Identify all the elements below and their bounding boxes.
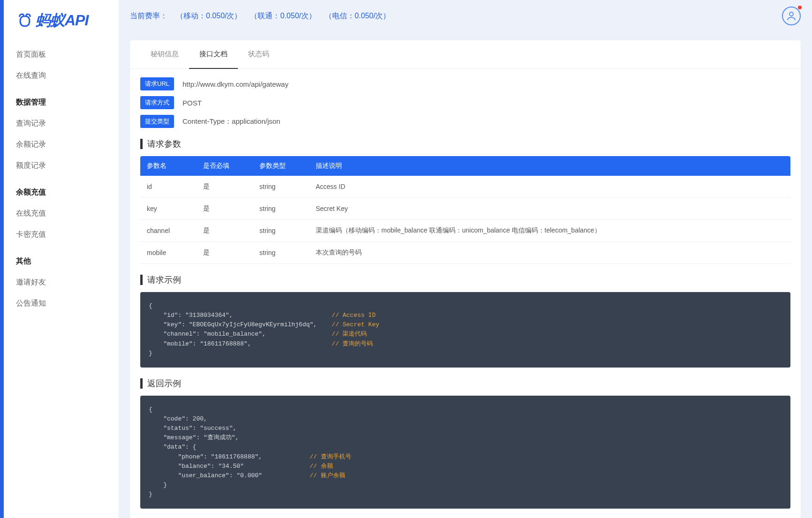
request-example-code: { "id": "3138034364", // Access ID "key"…: [140, 292, 790, 368]
table-cell: mobile: [140, 242, 197, 264]
content-card: 秘钥信息接口文档状态码 请求URLhttp://www.dkym.com/api…: [130, 40, 801, 518]
table-cell: 是: [197, 242, 253, 264]
sidebar: 蚂蚁API 首页面板在线查询数据管理查询记录余额记录额度记录余额充值在线充值卡密…: [4, 0, 119, 518]
info-value: Content-Type：application/json: [182, 117, 280, 126]
info-row-2: 提交类型Content-Type：application/json: [140, 115, 790, 128]
table-cell: 是: [197, 198, 253, 220]
response-example-code: { "code": 200, "status": "success", "mes…: [140, 396, 790, 509]
params-table: 参数名是否必填参数类型描述说明 id是stringAccess IDkey是st…: [140, 156, 790, 264]
notification-dot: [798, 6, 802, 9]
table-cell: Access ID: [309, 176, 790, 198]
topbar: 当前费率：（移动：0.050/次）（联通：0.050/次）（电信：0.050/次…: [119, 0, 812, 32]
table-cell: 是: [197, 220, 253, 242]
section-title-req-example: 请求示例: [140, 274, 790, 285]
table-cell: id: [140, 176, 197, 198]
info-badge: 请求方式: [140, 96, 174, 109]
sidebar-item-7[interactable]: 在线充值: [16, 203, 106, 224]
info-row-1: 请求方式POST: [140, 96, 790, 109]
tab-0[interactable]: 秘钥信息: [140, 40, 189, 68]
svg-point-0: [789, 12, 793, 16]
table-cell: string: [253, 198, 309, 220]
info-row-0: 请求URLhttp://www.dkym.com/api/gateway: [140, 77, 790, 90]
params-header-cell: 参数类型: [253, 156, 309, 176]
table-row: id是stringAccess ID: [140, 176, 790, 198]
table-cell: Secret Key: [309, 198, 790, 220]
sidebar-item-10[interactable]: 邀请好友: [16, 272, 106, 293]
logo[interactable]: 蚂蚁API: [4, 0, 119, 44]
params-header-cell: 参数名: [140, 156, 197, 176]
info-badge: 请求URL: [140, 77, 174, 90]
sidebar-item-4[interactable]: 余额记录: [16, 134, 106, 155]
user-icon: [786, 10, 797, 22]
logo-text: 蚂蚁API: [36, 10, 88, 31]
sidebar-item-3[interactable]: 查询记录: [16, 113, 106, 134]
section-title-resp-example: 返回示例: [140, 378, 790, 389]
table-cell: string: [253, 176, 309, 198]
ant-icon: [17, 12, 33, 30]
table-cell: string: [253, 242, 309, 264]
params-header-cell: 描述说明: [309, 156, 790, 176]
info-value: http://www.dkym.com/api/gateway: [182, 80, 288, 88]
info-rows: 请求URLhttp://www.dkym.com/api/gateway请求方式…: [130, 69, 801, 128]
sidebar-item-11[interactable]: 公告通知: [16, 293, 106, 314]
tabs: 秘钥信息接口文档状态码: [130, 40, 801, 69]
sidebar-item-0[interactable]: 首页面板: [16, 44, 106, 65]
sidebar-item-2: 数据管理: [16, 86, 106, 113]
table-cell: channel: [140, 220, 197, 242]
table-cell: 渠道编码（移动编码：mobile_balance 联通编码：unicom_bal…: [309, 220, 790, 242]
sidebar-item-8[interactable]: 卡密充值: [16, 224, 106, 245]
table-row: channel是string渠道编码（移动编码：mobile_balance 联…: [140, 220, 790, 242]
info-value: POST: [182, 99, 202, 107]
table-cell: 是: [197, 176, 253, 198]
table-cell: 本次查询的号码: [309, 242, 790, 264]
params-header-cell: 是否必填: [197, 156, 253, 176]
user-avatar[interactable]: [782, 7, 801, 25]
sidebar-item-5[interactable]: 额度记录: [16, 155, 106, 176]
accent-rail: [0, 0, 4, 518]
sidebar-item-6: 余额充值: [16, 176, 106, 203]
sidebar-item-1[interactable]: 在线查询: [16, 65, 106, 86]
table-row: key是stringSecret Key: [140, 198, 790, 220]
tab-1[interactable]: 接口文档: [189, 40, 238, 69]
table-row: mobile是string本次查询的号码: [140, 242, 790, 264]
sidebar-item-9: 其他: [16, 245, 106, 272]
main: 当前费率：（移动：0.050/次）（联通：0.050/次）（电信：0.050/次…: [119, 0, 812, 518]
table-cell: string: [253, 220, 309, 242]
sidebar-nav: 首页面板在线查询数据管理查询记录余额记录额度记录余额充值在线充值卡密充值其他邀请…: [4, 44, 119, 314]
rate-text: 当前费率：（移动：0.050/次）（联通：0.050/次）（电信：0.050/次…: [130, 11, 390, 21]
tab-2[interactable]: 状态码: [238, 40, 280, 68]
section-title-params: 请求参数: [140, 138, 790, 150]
info-badge: 提交类型: [140, 115, 174, 128]
table-cell: key: [140, 198, 197, 220]
